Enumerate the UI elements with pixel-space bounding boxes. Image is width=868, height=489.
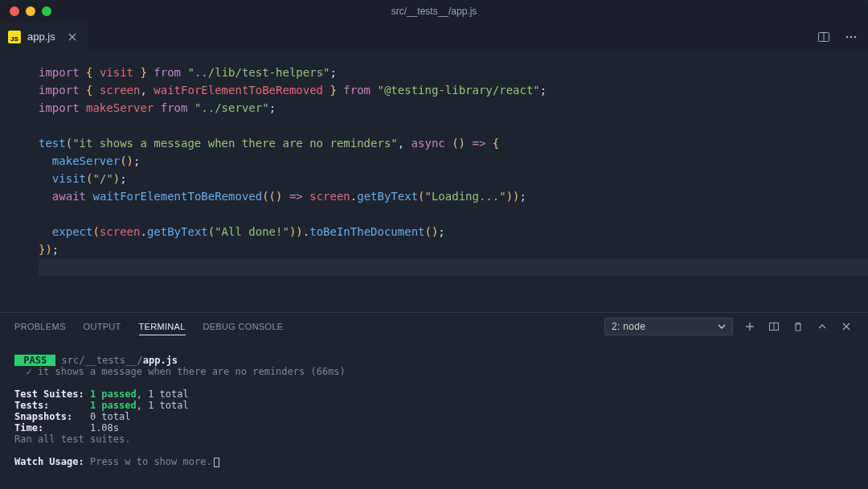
terminal-selector-value: 2: node	[612, 321, 645, 332]
close-window-button[interactable]	[10, 6, 19, 16]
window-title: src/__tests__/app.js	[391, 6, 477, 17]
code-line: makeServer();	[39, 152, 868, 170]
maximize-panel-button[interactable]	[815, 319, 829, 334]
panel-actions: 2: node	[604, 318, 854, 335]
terminal-output[interactable]: PASS src/__tests__/app.js ✓ it shows a m…	[0, 340, 868, 475]
titlebar: src/__tests__/app.js	[0, 0, 868, 23]
code-line	[39, 258, 868, 276]
editor-tab-bar: JS app.js	[0, 23, 868, 51]
code-line	[39, 117, 868, 134]
code-line: visit("/");	[39, 170, 868, 187]
panel-tab-debug-console[interactable]: DEBUG CONSOLE	[203, 322, 284, 331]
svg-point-3	[850, 35, 853, 38]
code-line: await waitForElementToBeRemoved(() => sc…	[39, 187, 868, 205]
editor-actions	[817, 23, 868, 51]
traffic-lights	[0, 6, 51, 16]
svg-point-2	[846, 35, 849, 38]
code-line: import { visit } from "../lib/test-helpe…	[39, 64, 868, 81]
code-line: test("it shows a message when there are …	[39, 134, 868, 152]
terminal-selector[interactable]: 2: node	[604, 318, 733, 335]
split-terminal-button[interactable]	[767, 319, 781, 334]
code-line: import { screen, waitForElementToBeRemov…	[39, 81, 868, 99]
new-terminal-button[interactable]	[743, 319, 757, 334]
code-line: });	[39, 240, 868, 258]
editor-tab-app-js[interactable]: JS app.js	[0, 23, 88, 51]
close-panel-button[interactable]	[839, 319, 854, 334]
close-tab-button[interactable]	[65, 30, 80, 44]
js-file-icon: JS	[8, 31, 21, 43]
code-editor[interactable]: import { visit } from "../lib/test-helpe…	[0, 51, 868, 312]
kill-terminal-button[interactable]	[791, 319, 805, 334]
code-line: expect(screen.getByText("All done!")).to…	[39, 223, 868, 240]
svg-point-4	[854, 35, 857, 38]
tab-filename: app.js	[27, 31, 55, 43]
chevron-down-icon	[718, 323, 726, 331]
panel-tab-problems[interactable]: PROBLEMS	[14, 322, 66, 331]
code-line: import makeServer from "../server";	[39, 99, 868, 117]
split-editor-icon[interactable]	[817, 30, 831, 44]
panel-tab-bar: PROBLEMSOUTPUTTERMINALDEBUG CONSOLE 2: n…	[0, 313, 868, 340]
minimize-window-button[interactable]	[26, 6, 35, 16]
more-actions-icon[interactable]	[844, 30, 858, 44]
bottom-panel: PROBLEMSOUTPUTTERMINALDEBUG CONSOLE 2: n…	[0, 312, 868, 489]
maximize-window-button[interactable]	[42, 6, 51, 16]
panel-tab-terminal[interactable]: TERMINAL	[139, 322, 186, 335]
panel-tab-output[interactable]: OUTPUT	[84, 322, 121, 331]
code-line	[39, 205, 868, 223]
